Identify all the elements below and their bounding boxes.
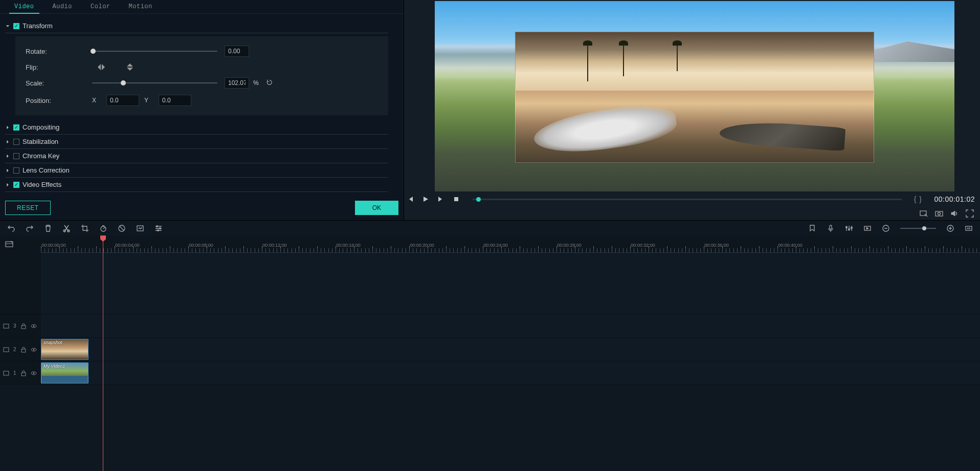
svg-rect-12: [830, 225, 832, 229]
flip-horizontal-icon[interactable]: [97, 63, 105, 71]
mixer-icon[interactable]: [845, 224, 853, 232]
ruler-tick: 00:00:08:00: [189, 243, 213, 248]
pos-y-input[interactable]: [159, 95, 191, 106]
checkbox-chroma[interactable]: [13, 153, 19, 159]
playhead[interactable]: [103, 236, 103, 471]
flip-vertical-icon[interactable]: [126, 63, 134, 71]
section-chroma-header[interactable]: Chroma Key: [5, 149, 388, 163]
transport-bar: { } 00:00:01:02: [404, 191, 980, 207]
chevron-right-icon: [5, 125, 10, 130]
chevron-right-icon: [5, 139, 10, 144]
zoom-slider[interactable]: [900, 228, 936, 229]
adjust-icon[interactable]: [154, 224, 163, 232]
stop-icon[interactable]: [452, 195, 460, 203]
pos-x-input[interactable]: [106, 95, 139, 106]
rotate-label: Rotate:: [26, 48, 92, 55]
ruler-tick: 00:00:40:00: [778, 243, 803, 248]
timeline: 00:00:00:0000:00:04:0000:00:08:0000:00:1…: [0, 236, 980, 385]
mark-in-icon[interactable]: {: [914, 195, 917, 203]
section-compositing-header[interactable]: Compositing: [5, 120, 388, 135]
checkbox-stabilization[interactable]: [13, 139, 19, 145]
tab-motion[interactable]: Motion: [120, 0, 162, 13]
clip-myvideo1-label: My Video1: [43, 363, 65, 369]
section-effects-header[interactable]: Video Effects: [5, 178, 388, 192]
record-voiceover-icon[interactable]: [827, 224, 835, 232]
track-3-head: 3: [0, 314, 41, 337]
zoom-out-icon[interactable]: [882, 224, 890, 232]
chevron-right-icon: [5, 182, 10, 187]
rotate-input[interactable]: [225, 46, 249, 57]
green-screen-icon[interactable]: [136, 224, 144, 232]
tab-color[interactable]: Color: [81, 0, 120, 13]
preview-scrubber[interactable]: [473, 199, 902, 200]
volume-icon[interactable]: [950, 209, 959, 218]
scale-input[interactable]: [225, 77, 249, 89]
reset-button[interactable]: RESET: [5, 201, 51, 215]
lock-icon[interactable]: [20, 323, 27, 329]
ruler-tick: 00:00:20:00: [410, 243, 434, 248]
position-label: Position:: [26, 97, 92, 104]
checkbox-transform[interactable]: [13, 23, 19, 29]
zoom-in-icon[interactable]: [946, 224, 954, 232]
track-area[interactable]: [41, 253, 980, 314]
undo-icon[interactable]: [7, 224, 15, 232]
section-transform-header[interactable]: Transform: [5, 19, 388, 33]
track-1-number: 1: [13, 370, 16, 376]
timeline-ruler[interactable]: 00:00:00:0000:00:04:0000:00:08:0000:00:1…: [41, 236, 980, 253]
eye-icon[interactable]: [31, 370, 37, 376]
preview-canvas[interactable]: [435, 1, 954, 191]
ruler-tick: 00:00:04:00: [115, 243, 140, 248]
checkbox-lens[interactable]: [13, 167, 19, 174]
checkbox-effects[interactable]: [13, 182, 19, 188]
track-2-number: 2: [13, 347, 16, 352]
track-2-body[interactable]: snapshot: [41, 338, 980, 361]
scale-label: Scale:: [26, 79, 92, 87]
video-track-icon: [3, 370, 9, 376]
scale-slider[interactable]: [92, 79, 217, 87]
track-3-body[interactable]: [41, 314, 980, 337]
eye-icon[interactable]: [31, 323, 37, 329]
section-stabilization-header[interactable]: Stabilization: [5, 135, 388, 149]
svg-rect-25: [4, 348, 9, 352]
speed-icon[interactable]: [99, 224, 107, 232]
chevron-down-icon: [5, 24, 10, 29]
crop-icon[interactable]: [81, 224, 89, 232]
redo-icon[interactable]: [26, 224, 34, 232]
svg-point-32: [33, 372, 34, 374]
rotate-slider[interactable]: [92, 48, 217, 55]
clip-myvideo1[interactable]: My Video1: [41, 362, 88, 383]
section-compositing-title: Compositing: [23, 123, 59, 131]
section-lens-header[interactable]: Lens Correction: [5, 163, 388, 178]
lock-icon[interactable]: [20, 347, 27, 353]
zoom-fit-icon[interactable]: [965, 224, 973, 232]
marker-icon[interactable]: [808, 224, 816, 232]
split-icon[interactable]: [62, 224, 71, 232]
track-1-body[interactable]: My Video1: [41, 361, 980, 384]
delete-icon[interactable]: [44, 224, 52, 232]
fullscreen-icon[interactable]: [966, 209, 974, 218]
tab-video[interactable]: Video: [5, 0, 43, 13]
eye-icon[interactable]: [31, 347, 37, 353]
track-1-head: 1: [0, 361, 41, 384]
checkbox-compositing[interactable]: [13, 124, 19, 131]
lock-icon[interactable]: [20, 370, 27, 376]
timeline-options-icon[interactable]: [0, 236, 41, 253]
section-transform-title: Transform: [23, 22, 53, 30]
render-icon[interactable]: [863, 224, 872, 232]
tab-audio[interactable]: Audio: [43, 0, 82, 13]
section-chroma-title: Chroma Key: [23, 152, 59, 160]
reset-scale-icon[interactable]: [266, 79, 273, 88]
step-back-icon[interactable]: [406, 195, 414, 203]
svg-rect-21: [4, 324, 9, 328]
display-settings-icon[interactable]: [920, 209, 928, 218]
timeline-toolbar: [0, 220, 980, 236]
svg-rect-29: [4, 371, 9, 375]
color-icon[interactable]: [118, 224, 126, 232]
clip-snapshot[interactable]: snapshot: [41, 339, 88, 360]
play-icon[interactable]: [421, 195, 430, 203]
ok-button[interactable]: OK: [355, 201, 398, 215]
mark-out-icon[interactable]: }: [919, 195, 922, 203]
scale-unit: %: [253, 79, 259, 87]
snapshot-icon[interactable]: [935, 209, 943, 218]
step-forward-icon[interactable]: [437, 195, 445, 203]
